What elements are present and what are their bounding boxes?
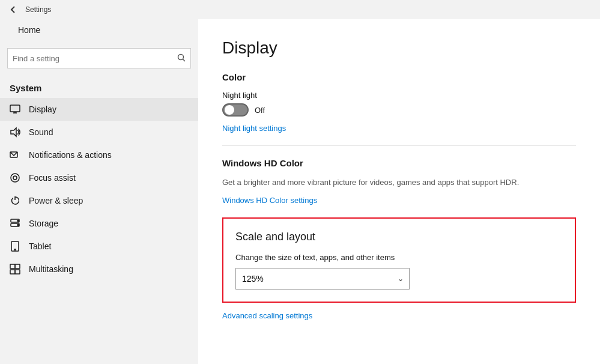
sidebar-item-label: Power & sleep (29, 196, 83, 205)
svg-rect-3 (10, 105, 20, 112)
sidebar-item-display[interactable]: Display (0, 98, 198, 121)
storage-icon (10, 218, 20, 229)
advanced-scaling-link[interactable]: Advanced scaling settings (222, 311, 312, 320)
svg-point-12 (17, 220, 19, 222)
titlebar: Settings (0, 0, 600, 19)
power-icon (10, 195, 20, 206)
sidebar-item-tablet[interactable]: Tablet (0, 235, 198, 258)
svg-point-1 (178, 54, 184, 59)
sidebar-section-title: System (0, 76, 198, 98)
scale-title: Scale and layout (235, 231, 563, 243)
scale-desc: Change the size of text, apps, and other… (235, 253, 563, 262)
svg-point-15 (14, 249, 16, 250)
hd-color-title: Windows HD Color (222, 158, 576, 168)
titlebar-title: Settings (25, 5, 51, 14)
night-light-state: Off (255, 106, 265, 115)
search-icon (177, 53, 186, 64)
scale-layout-box: Scale and layout Change the size of text… (222, 217, 576, 303)
multitasking-icon (10, 264, 20, 275)
sidebar-item-notifications[interactable]: Notifications & actions (0, 144, 198, 166)
night-light-row: Off (222, 103, 576, 117)
svg-rect-16 (10, 264, 15, 268)
svg-point-13 (17, 225, 19, 226)
home-label: Home (18, 25, 40, 35)
night-light-toggle[interactable] (222, 103, 249, 117)
sidebar-item-label: Display (29, 105, 56, 114)
sidebar-item-storage[interactable]: Storage (0, 212, 198, 235)
sidebar-item-sound[interactable]: Sound (0, 121, 198, 144)
sidebar-item-label: Tablet (29, 241, 51, 251)
display-icon (10, 104, 20, 115)
sidebar-item-label: Sound (29, 127, 53, 137)
hd-color-link[interactable]: Windows HD Color settings (222, 196, 317, 205)
svg-point-8 (11, 174, 19, 182)
svg-marker-6 (11, 128, 16, 136)
sidebar-item-label: Focus assist (29, 173, 76, 183)
search-input[interactable] (13, 54, 177, 63)
back-button[interactable] (7, 4, 19, 16)
night-light-settings-link[interactable]: Night light settings (222, 124, 286, 133)
tablet-icon (10, 241, 20, 252)
toggle-knob (225, 105, 234, 115)
svg-rect-17 (15, 264, 20, 268)
hd-color-section: Windows HD Color Get a brighter and more… (222, 158, 576, 205)
search-box[interactable] (7, 48, 191, 68)
main-layout: Home System Display (0, 19, 600, 364)
scale-select-wrapper[interactable]: 100% 125% 150% 175% ⌄ (235, 268, 410, 290)
content-area: Display Color Night light Off Night ligh… (198, 19, 600, 364)
sidebar-item-home[interactable]: Home (0, 19, 198, 41)
svg-point-9 (13, 176, 17, 180)
svg-rect-19 (15, 270, 20, 274)
hd-color-desc: Get a brighter and more vibrant picture … (222, 177, 576, 189)
focus-icon (10, 172, 20, 183)
sidebar-item-power[interactable]: Power & sleep (0, 189, 198, 212)
notifications-icon (10, 150, 20, 160)
scale-select[interactable]: 100% 125% 150% 175% (235, 268, 410, 290)
color-section-title: Color (222, 72, 576, 82)
sound-icon (10, 127, 20, 138)
svg-line-2 (183, 59, 186, 61)
night-light-label: Night light (222, 91, 576, 100)
section-divider-1 (222, 145, 576, 146)
sidebar: Home System Display (0, 19, 198, 364)
sidebar-item-label: Notifications & actions (29, 150, 112, 160)
sidebar-item-label: Storage (29, 219, 58, 228)
svg-rect-18 (10, 270, 15, 274)
sidebar-item-focus[interactable]: Focus assist (0, 166, 198, 189)
sidebar-item-label: Multitasking (29, 264, 73, 274)
sidebar-item-multitasking[interactable]: Multitasking (0, 258, 198, 281)
page-title: Display (222, 38, 576, 58)
